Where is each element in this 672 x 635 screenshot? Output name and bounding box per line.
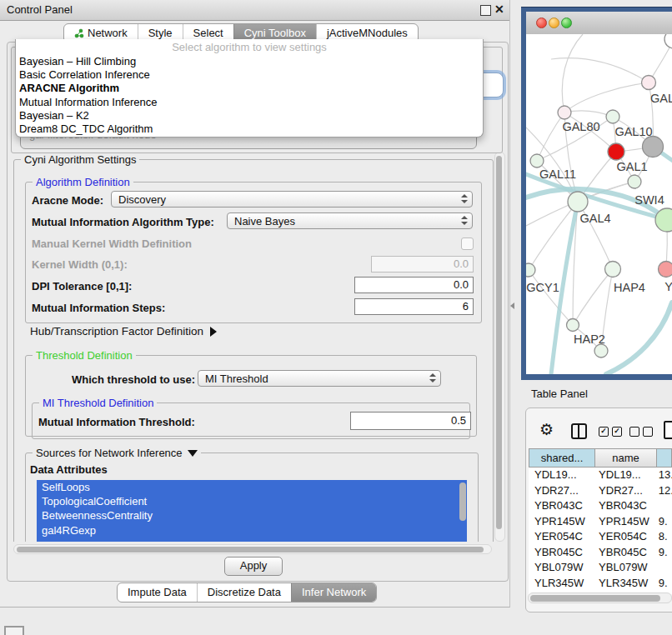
- node-label: GCY1: [526, 281, 559, 294]
- mi-steps-field[interactable]: 6: [354, 298, 474, 315]
- network-node[interactable]: [605, 262, 621, 278]
- table-row[interactable]: YLR345WYLR345W9.: [529, 576, 672, 592]
- aracne-mode-label: Aracne Mode:: [32, 194, 103, 207]
- mi-algorithm-type-select[interactable]: Naive Bayes: [227, 212, 473, 229]
- table-scrollbar-thumb[interactable]: [530, 595, 660, 602]
- table-row[interactable]: YER054CYER054C8.: [529, 529, 672, 545]
- network-edge[interactable]: [573, 269, 613, 325]
- select-all-columns-icon[interactable]: ✓✓: [599, 427, 622, 437]
- settings-vertical-scrollbar[interactable]: [494, 152, 505, 542]
- network-edge[interactable]: [564, 82, 649, 112]
- table-body[interactable]: YDL19...YDL19...13...YDR27...YDR27...12.…: [529, 468, 672, 594]
- attribute-item[interactable]: gal4RGexp: [37, 523, 467, 538]
- hub-definition-label: Hub/Transcription Factor Definition: [30, 325, 203, 338]
- column-header-partial[interactable]: [657, 448, 672, 468]
- mi-threshold-field[interactable]: 0.5: [350, 412, 471, 430]
- network-edge[interactable]: [529, 270, 573, 325]
- apply-button[interactable]: Apply: [224, 557, 283, 576]
- checked-box-icon: ✓: [599, 427, 609, 437]
- unchecked-box-icon: [643, 427, 653, 437]
- dpi-tolerance-field[interactable]: 0.0: [354, 277, 474, 293]
- attribute-item[interactable]: BetweennessCentrality: [37, 508, 467, 522]
- which-threshold-select[interactable]: MI Threshold: [198, 370, 441, 387]
- table-row[interactable]: YBR043CYBR043C: [529, 498, 672, 514]
- network-node[interactable]: [530, 154, 544, 168]
- algorithm-option[interactable]: Mutual Information Inference: [16, 96, 483, 109]
- table-cell: YDL19...: [594, 468, 654, 483]
- network-edge[interactable]: [551, 58, 649, 82]
- network-edge[interactable]: [564, 111, 613, 117]
- network-node[interactable]: [659, 262, 672, 278]
- table-cell: YBR045C: [529, 545, 594, 561]
- node-label: GAL1: [616, 160, 647, 173]
- algorithm-option[interactable]: Dream8 DC_TDC Algorithm: [16, 122, 483, 136]
- splitter-collapse-icon[interactable]: [510, 302, 514, 309]
- tab-infer-network[interactable]: Infer Network: [291, 583, 376, 602]
- network-node[interactable]: [558, 106, 571, 119]
- cyni-algorithm-settings-title: Cyni Algorithm Settings: [21, 153, 139, 166]
- algorithm-option[interactable]: Bayesian – K2: [16, 109, 483, 122]
- unchecked-box-icon: [629, 427, 639, 437]
- network-node[interactable]: [526, 263, 535, 277]
- mi-algorithm-type-label: Mutual Information Algorithm Type:: [32, 216, 214, 228]
- horizontal-scrollbar-thumb[interactable]: [17, 547, 484, 552]
- gear-icon[interactable]: ⚙: [539, 420, 554, 439]
- network-edge[interactable]: [537, 112, 564, 161]
- combo-arrows-icon: [461, 194, 467, 203]
- network-node[interactable]: [606, 110, 619, 123]
- minimized-panel-icon[interactable]: [4, 626, 24, 635]
- column-header-name[interactable]: name: [595, 448, 657, 468]
- table-row[interactable]: YDL19...YDL19...13...: [529, 468, 672, 483]
- table-row[interactable]: YBR045CYBR045C9.: [529, 545, 672, 561]
- attribute-item[interactable]: TopologicalCoefficient: [37, 494, 467, 508]
- algorithm-option[interactable]: ARACNE Algorithm: [16, 82, 483, 95]
- aracne-mode-select[interactable]: Discovery: [111, 191, 473, 208]
- node-label: GAL11: [539, 168, 576, 181]
- manual-kernel-width-checkbox[interactable]: [461, 238, 474, 250]
- settings-scroll-viewport[interactable]: Cyni Algorithm Settings Algorithm Defini…: [12, 152, 494, 542]
- combo-arrows-icon: [429, 373, 435, 382]
- control-panel-titlebar[interactable]: Control Panel ✕: [0, 0, 509, 21]
- data-attributes-list[interactable]: SelfLoopsTopologicalCoefficientBetweenne…: [37, 480, 467, 542]
- network-edge-highlighted[interactable]: [606, 302, 672, 374]
- network-node[interactable]: [594, 344, 608, 358]
- zoom-traffic-light-icon[interactable]: [561, 18, 572, 28]
- dpi-tolerance-label: DPI Tolerance [0,1]:: [32, 280, 132, 292]
- attribute-item[interactable]: SelfLoops: [37, 480, 467, 494]
- settings-horizontal-scrollbar[interactable]: [13, 544, 492, 554]
- network-canvas[interactable]: GALGAL80GAL10GAL1GAL11SWI4GAL4GCY1HAP4YH…: [526, 34, 672, 374]
- table-horizontal-scrollbar[interactable]: [528, 592, 672, 603]
- table-row[interactable]: YDR27...YDR27...12...: [529, 483, 672, 499]
- close-traffic-light-icon[interactable]: [536, 18, 547, 28]
- network-node[interactable]: [642, 76, 656, 90]
- aracne-mode-value: Discovery: [118, 193, 166, 206]
- float-panel-icon[interactable]: [480, 5, 491, 16]
- network-node[interactable]: [608, 143, 624, 160]
- kernel-width-field[interactable]: 0.0: [371, 256, 474, 272]
- algorithm-option[interactable]: Basic Correlation Inference: [16, 68, 483, 82]
- network-window-titlebar[interactable]: [526, 12, 672, 35]
- table-row[interactable]: YPR145WYPR145W9.: [529, 514, 672, 530]
- tab-impute-data[interactable]: Impute Data: [118, 583, 197, 602]
- close-icon[interactable]: ✕: [494, 2, 504, 16]
- network-node[interactable]: [567, 319, 579, 332]
- algorithm-option[interactable]: Bayesian – Hill Climbing: [16, 55, 483, 68]
- network-node[interactable]: [643, 137, 664, 158]
- table-row[interactable]: YBL079WYBL079W: [529, 560, 672, 576]
- column-header-shared-name[interactable]: shared...: [529, 448, 595, 468]
- tab-discretize-data[interactable]: Discretize Data: [197, 583, 291, 602]
- page-icon[interactable]: [664, 421, 672, 439]
- attributes-scrollbar-thumb[interactable]: [459, 482, 466, 521]
- network-node[interactable]: [628, 175, 641, 188]
- minimize-traffic-light-icon[interactable]: [549, 18, 559, 28]
- columns-icon[interactable]: [571, 423, 587, 439]
- network-node[interactable]: [664, 34, 672, 48]
- algorithm-definition-title: Algorithm Definition: [33, 176, 133, 188]
- vertical-scrollbar-thumb[interactable]: [496, 156, 502, 529]
- deselect-all-columns-icon[interactable]: [629, 427, 653, 437]
- hub-definition-expander[interactable]: Hub/Transcription Factor Definition: [30, 325, 217, 338]
- network-edge[interactable]: [562, 34, 583, 112]
- expander-down-icon[interactable]: [188, 450, 198, 457]
- network-node[interactable]: [568, 192, 588, 212]
- sources-title-text: Sources for Network Inference: [36, 447, 183, 459]
